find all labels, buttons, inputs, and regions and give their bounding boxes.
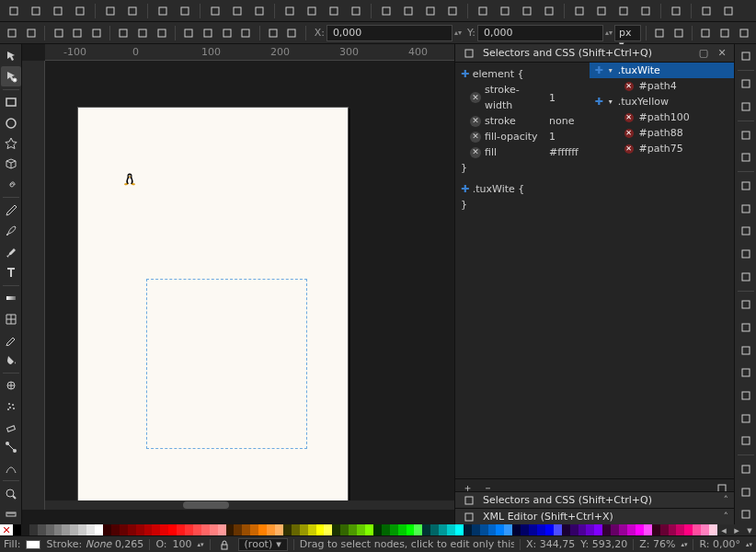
color-swatch[interactable]	[407, 524, 415, 535]
color-swatch[interactable]	[455, 524, 464, 535]
snap-object-center-icon[interactable]	[736, 408, 756, 429]
css-property-row[interactable]: ✕ fill-opacity 1	[461, 129, 584, 144]
redo-icon[interactable]	[175, 2, 195, 20]
color-swatch[interactable]	[267, 524, 275, 535]
color-swatch[interactable]	[512, 524, 521, 535]
open-icon[interactable]	[26, 2, 46, 20]
color-swatch[interactable]	[464, 524, 472, 535]
no-color-swatch[interactable]: ✕	[0, 524, 13, 535]
view-outline-icon[interactable]	[736, 97, 756, 117]
clone-icon[interactable]	[398, 2, 418, 20]
color-swatch[interactable]	[570, 524, 578, 535]
unlink-icon[interactable]	[420, 2, 441, 20]
color-swatch[interactable]	[554, 524, 562, 535]
color-swatch[interactable]	[234, 524, 242, 535]
ruler-vertical[interactable]	[22, 61, 45, 510]
snap-page-border-icon[interactable]	[736, 459, 756, 479]
color-swatch[interactable]	[185, 524, 193, 535]
delete-property-icon[interactable]: ✕	[470, 116, 481, 127]
color-swatch[interactable]	[324, 524, 332, 535]
snap-node-edit-icon[interactable]	[736, 295, 756, 316]
delete-property-icon[interactable]: ✕	[470, 147, 481, 158]
corner-node-icon[interactable]	[88, 24, 106, 42]
color-swatch[interactable]	[422, 524, 430, 535]
color-swatch[interactable]	[652, 524, 660, 535]
line-segment-icon[interactable]	[180, 24, 198, 42]
undo-icon[interactable]	[153, 2, 173, 20]
color-swatch[interactable]	[357, 524, 365, 535]
spiral-tool-icon[interactable]	[1, 175, 21, 194]
opacity-stepper[interactable]: ▴▾	[198, 542, 204, 547]
save-icon[interactable]	[48, 2, 68, 20]
css-property-value[interactable]: #ffffff	[549, 144, 578, 160]
color-swatch[interactable]	[152, 524, 160, 535]
prev-path-icon[interactable]	[670, 24, 688, 42]
css-property-row[interactable]: ✕ fill #ffffff	[461, 144, 584, 160]
css-property-name[interactable]: fill	[485, 144, 545, 160]
add-node-icon[interactable]	[4, 24, 21, 42]
layer-lock-icon[interactable]	[216, 536, 233, 553]
color-swatch[interactable]	[258, 524, 267, 535]
color-swatch[interactable]	[78, 524, 86, 535]
color-swatch[interactable]	[144, 524, 153, 535]
delete-node-icon[interactable]	[23, 24, 40, 42]
expand-icon[interactable]: ▾	[609, 98, 613, 106]
snap-grid-line-icon[interactable]	[736, 482, 756, 502]
duplicate-icon[interactable]	[376, 2, 396, 20]
doc-properties-icon[interactable]	[696, 2, 716, 20]
spray-tool-icon[interactable]	[1, 397, 21, 416]
snap-enable-icon[interactable]	[736, 176, 756, 196]
selector-id-item[interactable]: ✕ #path4	[590, 78, 734, 94]
color-swatch[interactable]	[201, 524, 210, 535]
color-swatch[interactable]	[210, 524, 218, 535]
remove-item-icon[interactable]: ✕	[624, 82, 634, 91]
color-swatch[interactable]	[537, 524, 545, 535]
css-property-name[interactable]: stroke	[485, 113, 545, 129]
css-rules-pane[interactable]: ✚ element { ✕ stroke-width 1 ✕ stroke no…	[455, 63, 590, 478]
show-outline-icon[interactable]	[716, 24, 734, 42]
color-swatch[interactable]	[382, 524, 390, 535]
expand-dialog-icon[interactable]: ˄	[724, 494, 729, 506]
node-tool-icon[interactable]	[1, 66, 21, 86]
color-swatch[interactable]	[627, 524, 636, 535]
fill-swatch[interactable]	[26, 540, 40, 549]
snap-center-icon[interactable]	[736, 267, 756, 287]
x-stepper[interactable]: ▴▾	[454, 29, 462, 36]
color-swatch[interactable]	[70, 524, 78, 535]
snap-guide-icon[interactable]	[736, 504, 756, 524]
color-swatch[interactable]	[193, 524, 201, 535]
y-coord-input[interactable]	[477, 25, 603, 41]
color-swatch[interactable]	[529, 524, 537, 535]
snap-bbox-icon[interactable]	[736, 199, 756, 219]
box3d-tool-icon[interactable]	[1, 155, 21, 174]
color-swatch[interactable]	[275, 524, 283, 535]
break-node-icon[interactable]	[50, 24, 67, 42]
zoom-stepper[interactable]: ▴▾	[681, 542, 687, 547]
remove-item-icon[interactable]: ✕	[624, 113, 634, 122]
canvas-area[interactable]: -1000100200300400	[22, 44, 454, 510]
color-swatch[interactable]	[636, 524, 644, 535]
color-swatch[interactable]	[701, 524, 709, 535]
snap-nodes-icon[interactable]	[735, 24, 752, 42]
text-kern-icon[interactable]	[613, 2, 634, 20]
color-swatch[interactable]	[242, 524, 250, 535]
view-normal-icon[interactable]	[736, 75, 756, 95]
export-icon[interactable]	[122, 2, 143, 20]
snap-midpoint-icon[interactable]	[736, 385, 756, 406]
css-property-row[interactable]: ✕ stroke-width 1	[461, 82, 584, 113]
measure-tool-icon[interactable]	[1, 505, 21, 524]
color-swatch[interactable]	[594, 524, 602, 535]
color-swatch[interactable]	[226, 524, 235, 535]
color-swatch[interactable]	[86, 524, 95, 535]
snap-path-icon[interactable]	[495, 2, 515, 20]
color-swatch[interactable]	[693, 524, 701, 535]
color-swatch[interactable]	[669, 524, 677, 535]
color-swatch[interactable]	[168, 524, 177, 535]
flatten-icon[interactable]	[237, 24, 255, 42]
color-swatch[interactable]	[496, 524, 504, 535]
text-path-icon[interactable]	[636, 2, 656, 20]
color-swatch[interactable]	[300, 524, 308, 535]
bucket-tool-icon[interactable]	[1, 351, 21, 370]
color-swatch[interactable]	[292, 524, 300, 535]
css-property-value[interactable]: none	[549, 113, 574, 129]
